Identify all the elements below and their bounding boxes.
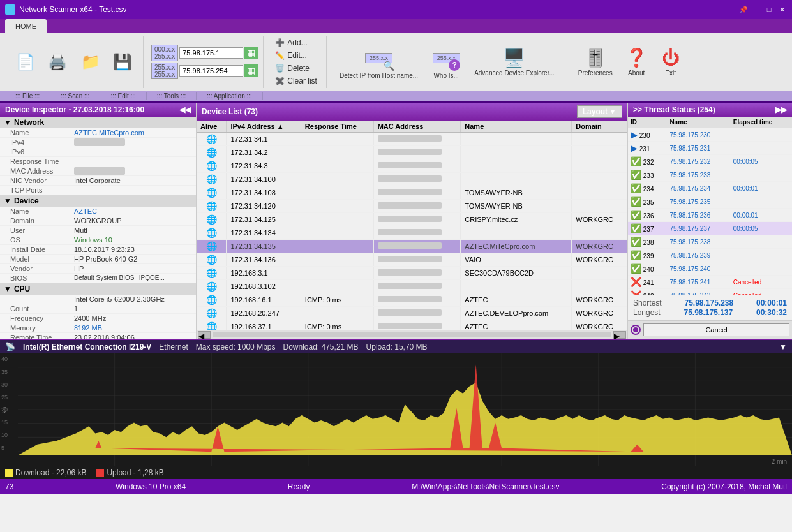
thread-status-header: >> Thread Status (254) ▶▶	[628, 103, 792, 117]
ip-to-picker[interactable]: ▦	[244, 64, 258, 77]
print-button[interactable]: 🖨️	[42, 52, 73, 72]
save-icon: 💾	[113, 54, 132, 70]
thread-id-cell: ✅ 238	[628, 235, 667, 249]
inspector-vendor-row: NIC Vendor Intel Corporate	[0, 176, 196, 186]
alive-cell: 🌐	[197, 186, 227, 200]
device-inspector-body[interactable]: ▼ Network Name AZTEC.MiTeCpro.com IPv4 I…	[0, 117, 196, 339]
y-label-25: 25	[1, 394, 17, 401]
device-inspector-collapse[interactable]: ◀◀	[179, 105, 191, 114]
device-row-8[interactable]: 🌐172.31.34.135 AZTEC.MiTeCpro.comWORKGRC	[197, 240, 627, 253]
minimize-icon[interactable]: ─	[751, 4, 761, 15]
network-expand-icon[interactable]: ▼	[4, 118, 11, 127]
detect-ip-button[interactable]: 255.x.x 🔍 Detect IP from Host name...	[334, 43, 423, 82]
cancel-button[interactable]: Cancel	[643, 323, 789, 336]
device-row-11[interactable]: 🌐192.168.3.102	[197, 280, 627, 293]
layout-button[interactable]: Layout ▼	[577, 105, 622, 118]
mac-cell	[373, 133, 461, 146]
thread-col-time: Elapsed time	[731, 117, 792, 128]
device-row-4[interactable]: 🌐172.31.34.108 TOMSAWYER-NB	[197, 186, 627, 200]
close-icon[interactable]: ✕	[777, 4, 787, 15]
ip-from-picker[interactable]: ▦	[244, 47, 258, 59]
ip-from-input[interactable]	[179, 47, 243, 59]
open-folder-button[interactable]: 📁	[75, 52, 106, 72]
layout-controls: Layout ▼	[577, 105, 622, 118]
device-row-10[interactable]: 🌐192.168.3.1 SEC30CDA79BCC2D	[197, 267, 627, 280]
inspector-ipv4-row: IPv4	[0, 138, 196, 147]
y-label-30: 30	[1, 381, 17, 388]
name-cell: AZTEC.DEVELOPpro.com	[461, 307, 572, 320]
mac-cell	[373, 173, 461, 186]
ribbon-group-edit: ➕ Add... ✏️ Edit... 🗑️ Delete ✖️ Clear l…	[266, 36, 327, 88]
device-table-scrollbar[interactable]: ◀ ▶	[197, 330, 627, 339]
col-ipv4[interactable]: IPv4 Address ▲	[227, 121, 301, 133]
inspector-remote-row: Remote Time 23.02.2018 9:04:06	[0, 333, 196, 339]
advanced-explorer-button[interactable]: 🖥️ Advanced Device Explorer...	[469, 45, 560, 79]
col-alive[interactable]: Alive	[197, 121, 227, 133]
pin-icon[interactable]: 📌	[738, 4, 749, 15]
y-label-10: 10	[1, 432, 17, 438]
preferences-button[interactable]: 🎚️ Preferences	[573, 45, 618, 79]
new-file-button[interactable]: 📄	[10, 52, 41, 72]
thread-id-cell: ✅ 235	[628, 195, 667, 209]
device-row-1[interactable]: 🌐172.31.34.2	[197, 146, 627, 159]
col-response[interactable]: Response Time	[301, 121, 373, 133]
cpu-expand-icon[interactable]: ▼	[4, 284, 11, 293]
tab-home[interactable]: HOME	[5, 19, 47, 33]
device-row-6[interactable]: 🌐172.31.34.125 CRISPY.mitec.czWORKGRC	[197, 213, 627, 226]
thread-row-5: ✅ 23575.98.175.235	[628, 195, 792, 209]
domain-cell	[572, 159, 627, 173]
mac-cell	[373, 186, 461, 200]
thread-table-container[interactable]: ID Name Elapsed time ▶ 23075.98.175.230▶…	[628, 117, 792, 295]
add-button[interactable]: ➕ Add...	[271, 37, 321, 48]
whois-button[interactable]: 255.x.x ? Who Is...	[426, 43, 467, 82]
advanced-explorer-label: Advanced Device Explorer...	[474, 70, 555, 77]
inspector-model-row: Model HP ProBook 640 G2	[0, 255, 196, 264]
title-bar: Network Scanner x64 - Test.csv 📌 ─ □ ✕	[0, 0, 792, 19]
thread-id-cell: ✅ 232	[628, 155, 667, 168]
device-row-7[interactable]: 🌐172.31.34.134	[197, 226, 627, 240]
scroll-right[interactable]: ▶	[613, 331, 626, 339]
about-button[interactable]: ❓ About	[620, 45, 653, 79]
scroll-left[interactable]: ◀	[198, 331, 211, 339]
device-row-12[interactable]: 🌐192.168.16.1ICMP: 0 ms AZTECWORKGRC	[197, 293, 627, 307]
device-row-0[interactable]: 🌐172.31.34.1	[197, 133, 627, 146]
ip-to-input[interactable]	[179, 65, 243, 77]
about-label: About	[628, 70, 645, 77]
clear-list-button[interactable]: ✖️ Clear list	[271, 75, 321, 87]
delete-button[interactable]: 🗑️ Delete	[271, 63, 321, 74]
inspector-ipv4	[74, 138, 125, 146]
window-controls[interactable]: 📌 ─ □ ✕	[738, 4, 787, 15]
thread-row-10: ✅ 24075.98.175.240	[628, 262, 792, 276]
inspector-install-date: 18.10.2017 9:23:23	[74, 246, 135, 253]
device-row-2[interactable]: 🌐172.31.34.3	[197, 159, 627, 173]
device-row-5[interactable]: 🌐172.31.34.120 TOMSAWYER-NB	[197, 200, 627, 213]
ip-cell: 192.168.16.1	[227, 293, 301, 307]
device-row-3[interactable]: 🌐172.31.34.100	[197, 173, 627, 186]
thread-status-expand[interactable]: ▶▶	[775, 105, 787, 114]
exit-button[interactable]: ⏻ Exit	[655, 45, 686, 79]
save-button[interactable]: 💾	[107, 52, 138, 72]
mac-cell	[373, 320, 461, 330]
device-expand-icon[interactable]: ▼	[4, 196, 11, 205]
inspector-mac	[74, 167, 125, 175]
detect-ip-label: Detect IP from Host name...	[340, 72, 418, 79]
ribbon-content: 📄 🖨️ 📁 💾 000.x.x255.x.x	[0, 33, 792, 91]
device-row-13[interactable]: 🌐192.168.20.247 AZTEC.DEVELOPpro.comWORK…	[197, 307, 627, 320]
device-row-9[interactable]: 🌐172.31.34.136 VAIOWORKGRC	[197, 253, 627, 267]
cancel-progress-indicator	[631, 325, 641, 335]
thread-name-cell: 75.98.175.240	[667, 262, 730, 276]
col-domain[interactable]: Domain	[572, 121, 627, 133]
edit-label: Edit...	[287, 51, 307, 60]
col-name[interactable]: Name	[461, 121, 572, 133]
alive-cell: 🌐	[197, 267, 227, 280]
response-cell	[301, 267, 373, 280]
thread-name-cell: 75.98.175.234	[667, 182, 730, 195]
device-table-container[interactable]: Alive IPv4 Address ▲ Response Time MAC A…	[197, 121, 627, 330]
col-mac[interactable]: MAC Address	[373, 121, 461, 133]
ip-from-row: 000.x.x255.x.x ▦	[151, 45, 258, 61]
thread-id-cell: ✅ 240	[628, 262, 667, 276]
maximize-icon[interactable]: □	[764, 4, 774, 15]
network-monitor-collapse[interactable]: ▼	[779, 343, 787, 351]
edit-button[interactable]: ✏️ Edit...	[271, 50, 321, 61]
device-row-14[interactable]: 🌐192.168.37.1ICMP: 0 ms AZTECWORKGRC	[197, 320, 627, 330]
